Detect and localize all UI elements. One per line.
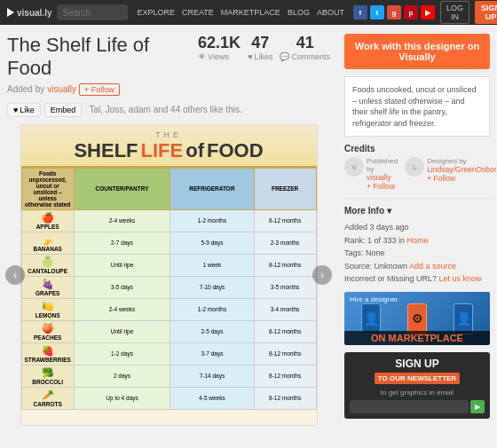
col-item-header: Foods unprocessed, uncut or unsliced – u… xyxy=(21,168,74,209)
food-cell: 🍑 PEACHES xyxy=(21,320,74,342)
incorrect-url-info: Incorrect or Missing URL? Let us know xyxy=(344,272,490,285)
table-row: 🍑 PEACHES Until ripe 2-5 days 8-12 month… xyxy=(21,320,316,342)
embed-button[interactable]: Embed xyxy=(44,103,83,117)
designed-label: Designed by xyxy=(427,157,497,165)
nav-about[interactable]: ABOUT xyxy=(317,8,344,17)
youtube-icon[interactable]: ▶ xyxy=(421,5,435,20)
fridge-cell: 4-5 weeks xyxy=(170,387,254,409)
ad-figure-3: 👤 xyxy=(454,303,473,334)
counter-cell: Up to 4 days xyxy=(74,387,170,409)
nav-explore[interactable]: EXPLORE xyxy=(137,8,175,17)
freezer-cell: 8-12 months xyxy=(254,342,316,365)
col-counter-header: COUNTER/PANTRY xyxy=(74,168,170,209)
counter-cell: 2 days xyxy=(74,365,170,387)
counter-cell: 2-4 weeks xyxy=(74,298,170,320)
like-button[interactable]: ♥ Like xyxy=(7,103,41,117)
ad-figure-1: 👤 xyxy=(361,303,381,334)
credit-row: V Published by visually + Follow L xyxy=(344,157,490,191)
left-content: The Shelf Life of Food Added by visually… xyxy=(0,25,337,448)
freezer-cell: 3-5 months xyxy=(254,276,316,298)
marketplace-label: ON MARKETPLACE xyxy=(344,331,490,345)
food-name: STRAWBERRIES xyxy=(25,357,71,363)
food-icon: 🥕 xyxy=(25,389,71,401)
freezer-cell: 8-12 months xyxy=(254,387,316,409)
heart-icon: ♥ xyxy=(13,106,18,114)
work-cta-box[interactable]: Work with this designer on Visually xyxy=(344,34,490,69)
table-row: 🍇 GRAPES 3-5 days 7-10 days 3-5 months xyxy=(21,276,316,298)
food-icon: 🍇 xyxy=(25,279,71,290)
the-label: THE xyxy=(25,130,313,139)
login-button[interactable]: LOG IN xyxy=(440,1,469,24)
table-row: 🍈 CANTALOUPE Until ripe 1 week 8-12 mont… xyxy=(21,254,316,276)
next-arrow[interactable]: › xyxy=(312,265,332,285)
nav-create[interactable]: CREATE xyxy=(182,8,214,17)
food-name: CANTALOUPE xyxy=(28,268,67,274)
signup-box-subtitle: TO OUR NEWSLETTER xyxy=(375,373,460,384)
pinterest-icon[interactable]: p xyxy=(404,5,418,20)
top-navigation: visual.ly EXPLORE CREATE MARKETPLACE BLO… xyxy=(0,0,497,25)
follow-button[interactable]: + Follow xyxy=(79,83,120,96)
freezer-cell: 8-12 months xyxy=(254,365,316,387)
search-input[interactable] xyxy=(57,4,128,20)
food-icon: 🥦 xyxy=(25,367,71,379)
comments-label: 💬 Comments xyxy=(280,52,330,61)
let-us-know-link[interactable]: Let us know xyxy=(439,274,482,283)
table-row: 🍓 STRAWBERRIES 1-2 days 3-7 days 8-12 mo… xyxy=(21,342,316,365)
googleplus-icon[interactable]: g xyxy=(387,5,401,20)
col-freezer-header: FREEZER xyxy=(254,168,316,209)
counter-cell: 2-7 days xyxy=(74,232,170,254)
social-icons: f t g p ▶ xyxy=(353,5,435,20)
infographic-container: ‹ THE SHELF LIFE of FOOD Foods xyxy=(7,124,330,426)
nav-blog[interactable]: BLOG xyxy=(288,8,310,17)
freezer-cell: 3-4 months xyxy=(254,298,316,320)
more-info-title[interactable]: More Info ▾ xyxy=(344,204,490,218)
food-cell: 🍇 GRAPES xyxy=(21,276,74,298)
table-row: 🍌 BANANAS 2-7 days 5-9 days 2-3 months xyxy=(21,232,316,254)
food-name: CARROTS xyxy=(34,401,62,407)
title-meta: Added by visually + Follow xyxy=(7,83,198,96)
fridge-cell: 3-7 days xyxy=(170,342,254,365)
life-word: LIFE xyxy=(141,139,184,162)
designed-avatar: L xyxy=(405,157,424,177)
author-link[interactable]: visually xyxy=(47,84,76,94)
food-icon: 🍓 xyxy=(25,345,71,357)
marketplace-ad[interactable]: 👤 ⚙ 👤 Hire a designer ON MARKETPLACE xyxy=(344,292,490,345)
designed-by: Lindsay/GreenOsborn xyxy=(427,165,497,174)
published-follow[interactable]: + Follow xyxy=(367,182,398,191)
more-info-section: More Info ▾ Added 3 days ago Rank: 1 of … xyxy=(344,204,490,285)
counter-cell: 3-5 days xyxy=(74,276,170,298)
food-word: FOOD xyxy=(207,139,264,162)
signup-box-description: to get graphics in email xyxy=(350,389,485,397)
work-description: Foods uncooked, uncut or unsliced – unle… xyxy=(344,76,490,137)
food-cell: 🍓 STRAWBERRIES xyxy=(21,342,74,365)
prev-arrow[interactable]: ‹ xyxy=(5,265,25,285)
food-cell: 🍋 LEMONS xyxy=(21,298,74,320)
food-name: BANANAS xyxy=(33,246,62,252)
likes-label: ♥ Likes xyxy=(248,52,272,61)
added-info: Added 3 days ago xyxy=(344,221,490,233)
signup-go-button[interactable]: ▶ xyxy=(470,400,485,413)
stats-row: 62.1K 👁 Views 47 ♥ Likes 41 xyxy=(198,34,330,61)
signup-email-input[interactable] xyxy=(350,400,469,413)
site-logo[interactable]: visual.ly xyxy=(7,8,51,18)
published-label: Published by xyxy=(367,157,398,173)
shelf-life-table: Foods unprocessed, uncut or unsliced – u… xyxy=(21,168,317,410)
food-icon: 🍑 xyxy=(25,323,71,334)
signup-button[interactable]: SIGN UP xyxy=(475,1,497,24)
infographic-header: THE SHELF LIFE of FOOD xyxy=(21,125,317,168)
food-name: GRAPES xyxy=(36,290,59,296)
home-link[interactable]: Home xyxy=(407,236,429,245)
food-name: APPLES xyxy=(36,224,59,230)
twitter-icon[interactable]: t xyxy=(370,5,384,20)
facebook-icon[interactable]: f xyxy=(353,5,367,20)
table-row: 🍋 LEMONS 2-4 weeks 1-2 months 3-4 months xyxy=(21,298,316,320)
rank-info: Rank: 1 of 333 in Home xyxy=(344,234,490,247)
food-name: PEACHES xyxy=(34,334,61,341)
designed-follow[interactable]: + Follow xyxy=(427,174,497,183)
add-source-link[interactable]: Add a source xyxy=(409,262,456,271)
comments-icon: 💬 xyxy=(280,52,289,61)
fridge-cell: 2-5 days xyxy=(170,320,254,342)
food-icon: 🍌 xyxy=(25,234,71,246)
freezer-cell: 2-3 months xyxy=(254,232,316,254)
nav-marketplace[interactable]: MARKETPLACE xyxy=(221,8,280,17)
